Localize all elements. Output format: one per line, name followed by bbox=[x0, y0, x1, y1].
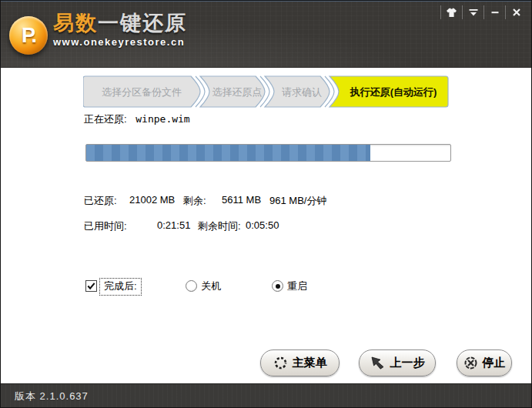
main-menu-button[interactable]: 主菜单 bbox=[260, 349, 340, 376]
prev-step-label: 上一步 bbox=[390, 356, 425, 370]
stop-button[interactable]: 停止 bbox=[457, 349, 512, 376]
progress-fill bbox=[86, 145, 370, 161]
progress-bar bbox=[85, 144, 451, 162]
main-menu-icon bbox=[273, 356, 288, 370]
elapsed-value: 0:21:51 bbox=[157, 219, 190, 231]
remaining-label: 剩余: bbox=[183, 194, 206, 208]
back-arrow-icon bbox=[370, 356, 386, 370]
main-content: 选择分区备份文件 选择还原点 请求确认 执行还原(自动运行) 正在还原: win… bbox=[1, 68, 531, 383]
minimize-icon bbox=[490, 8, 500, 17]
divider bbox=[440, 5, 441, 19]
close-button[interactable] bbox=[506, 5, 527, 20]
tab-label: 选择分区备份文件 bbox=[102, 86, 182, 98]
tab-label: 请求确认 bbox=[282, 86, 322, 98]
check-icon bbox=[86, 281, 96, 291]
divider bbox=[462, 5, 463, 19]
skin-button[interactable] bbox=[441, 5, 462, 20]
tab-label-active: 执行还原(自动运行) bbox=[350, 86, 437, 98]
app-logo: P. bbox=[9, 16, 48, 55]
radio-restart[interactable] bbox=[272, 280, 283, 292]
step-breadcrumb: 选择分区备份文件 选择还原点 请求确认 执行还原(自动运行) bbox=[83, 75, 451, 108]
restore-file-name: winpe.wim bbox=[136, 113, 189, 125]
logo-glyph: P. bbox=[22, 25, 35, 46]
speed-value: 961 MB/分钟 bbox=[269, 194, 326, 208]
divider bbox=[483, 5, 484, 19]
stop-label: 停止 bbox=[483, 356, 506, 370]
close-icon bbox=[512, 8, 521, 17]
radio-restart-label[interactable]: 重启 bbox=[287, 279, 307, 293]
prev-step-button[interactable]: 上一步 bbox=[359, 349, 436, 376]
app-window: P. 易数一键还原 www.onekeyrestore.cn bbox=[0, 0, 532, 408]
status-bar: 版本 2.1.0.637 bbox=[1, 383, 531, 408]
restore-status-line: 正在还原: winpe.wim bbox=[84, 112, 190, 126]
restored-value: 21002 MB bbox=[129, 194, 175, 206]
remaining-value: 5611 MB bbox=[222, 194, 261, 206]
divider bbox=[505, 5, 506, 19]
menu-button[interactable] bbox=[463, 5, 483, 20]
elapsed-label: 已用时间: bbox=[84, 219, 127, 233]
stop-icon bbox=[463, 356, 478, 370]
window-controls bbox=[440, 4, 527, 21]
radio-selected-dot bbox=[276, 284, 280, 289]
eta-label: 剩余时间: bbox=[198, 219, 241, 233]
minimize-button[interactable] bbox=[484, 5, 505, 20]
restored-label: 已还原: bbox=[84, 194, 117, 208]
brand-suffix: 一键还原 bbox=[98, 12, 187, 35]
shirt-icon bbox=[446, 8, 457, 18]
radio-shutdown[interactable] bbox=[186, 280, 197, 292]
after-finish-label[interactable]: 完成后: bbox=[99, 278, 142, 296]
app-title: 易数一键还原 www.onekeyrestore.cn bbox=[53, 12, 187, 48]
tab-label: 选择还原点 bbox=[212, 86, 263, 98]
radio-shutdown-label[interactable]: 关机 bbox=[201, 279, 221, 293]
main-menu-label: 主菜单 bbox=[293, 356, 327, 370]
version-text: 版本 2.1.0.637 bbox=[15, 390, 89, 403]
title-bar: P. 易数一键还原 www.onekeyrestore.cn bbox=[1, 1, 531, 68]
eta-value: 0:05:50 bbox=[246, 219, 279, 231]
restore-status-label: 正在还原: bbox=[84, 113, 127, 125]
dropdown-icon bbox=[468, 8, 479, 17]
website-url: www.onekeyrestore.cn bbox=[53, 36, 187, 48]
after-finish-checkbox[interactable] bbox=[85, 280, 97, 292]
app-title-text: 易数一键还原 bbox=[53, 12, 187, 35]
brand-name: 易数 bbox=[53, 12, 98, 35]
